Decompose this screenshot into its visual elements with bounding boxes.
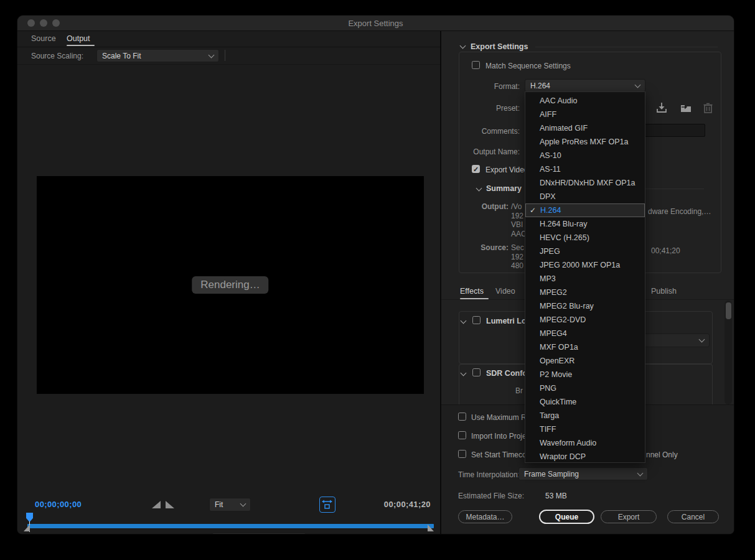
crop-output-button[interactable] bbox=[319, 497, 335, 513]
format-menu-item[interactable]: MPEG4 bbox=[525, 327, 645, 340]
duration-timecode: 00;00;41;20 bbox=[382, 500, 431, 509]
preset-label: Preset: bbox=[439, 104, 520, 113]
cancel-button-label: Cancel bbox=[682, 513, 705, 521]
sdr-checkbox[interactable] bbox=[472, 368, 481, 376]
format-menu-item-label: MP3 bbox=[540, 274, 556, 283]
format-menu-item[interactable]: AS-10 bbox=[525, 149, 645, 162]
lumetri-checkbox[interactable] bbox=[472, 316, 481, 324]
queue-button-label: Queue bbox=[555, 513, 578, 521]
format-menu-item-label: MPEG2-DVD bbox=[540, 315, 586, 324]
video-preview-frame: Rendering… bbox=[37, 176, 424, 394]
cancel-button[interactable]: Cancel bbox=[667, 510, 719, 523]
export-video-label: Export Video bbox=[485, 166, 528, 174]
tab-source[interactable]: Source bbox=[31, 34, 56, 43]
format-menu-item[interactable]: AIFF bbox=[525, 108, 645, 121]
format-menu-item-label: AIFF bbox=[540, 110, 556, 119]
tab-output-underline bbox=[67, 45, 95, 46]
save-preset-icon[interactable] bbox=[655, 101, 668, 114]
set-start-timecode-label: Set Start Timecode bbox=[471, 450, 525, 459]
tab-effects[interactable]: Effects bbox=[460, 287, 484, 296]
import-into-project-checkbox[interactable] bbox=[458, 431, 466, 439]
comments-label: Comments: bbox=[439, 127, 520, 136]
chevron-down-icon bbox=[635, 82, 641, 88]
format-select[interactable]: H.264 bbox=[525, 79, 645, 92]
format-menu-item-label: JPEG 2000 MXF OP1a bbox=[540, 261, 620, 269]
format-menu-item[interactable]: MPEG2-DVD bbox=[525, 313, 645, 327]
timeline-in-handle[interactable] bbox=[24, 525, 30, 531]
format-menu-item[interactable]: Apple ProRes MXF OP1a bbox=[525, 135, 645, 149]
format-menu-item-label: Targa bbox=[540, 411, 559, 420]
format-menu-item[interactable]: Waveform Audio bbox=[525, 436, 645, 450]
format-menu-item[interactable]: MPEG2 Blu-ray bbox=[525, 299, 645, 313]
time-interpolation-select[interactable]: Frame Sampling bbox=[518, 467, 648, 480]
match-sequence-checkbox[interactable] bbox=[472, 61, 480, 69]
format-menu-item-label: P2 Movie bbox=[540, 370, 572, 379]
format-menu-item-label: AS-10 bbox=[540, 151, 561, 160]
zoom-level-value: Fit bbox=[215, 500, 241, 509]
tab-video[interactable]: Video bbox=[495, 287, 515, 296]
format-menu-item[interactable]: Animated GIF bbox=[525, 121, 645, 135]
source-range-select[interactable]: Sequence In/Out bbox=[212, 533, 306, 534]
format-menu-item[interactable]: Wraptor DCP bbox=[525, 450, 645, 464]
metadata-button-label: Metadata… bbox=[466, 513, 504, 521]
tab-effects-underline bbox=[460, 298, 489, 299]
delete-preset-icon[interactable] bbox=[702, 101, 714, 114]
rendering-status-badge: Rendering… bbox=[192, 276, 268, 294]
format-menu-item[interactable]: MPEG2 bbox=[525, 286, 645, 299]
current-timecode[interactable]: 00;00;00;00 bbox=[35, 500, 82, 509]
chevron-down-icon bbox=[699, 337, 705, 343]
format-menu-item[interactable]: HEVC (H.265) bbox=[525, 231, 645, 245]
preview-pane: Source Output Source Scaling: Scale To F… bbox=[17, 31, 440, 534]
format-value: H.264 bbox=[530, 82, 635, 90]
use-max-render-checkbox[interactable] bbox=[458, 413, 466, 421]
summary-source-line1: Sec bbox=[511, 243, 524, 252]
export-button-label: Export bbox=[618, 513, 640, 521]
format-menu-item[interactable]: P2 Movie bbox=[525, 368, 645, 381]
set-start-timecode-checkbox[interactable] bbox=[458, 450, 466, 458]
estimated-size-label: Estimated File Size: bbox=[458, 492, 524, 500]
time-interpolation-label: Time Interpolation: bbox=[458, 470, 520, 479]
format-menu-item-label: Wraptor DCP bbox=[540, 452, 586, 461]
format-menu-item[interactable]: JPEG bbox=[525, 245, 645, 258]
format-menu-item[interactable]: QuickTime bbox=[525, 395, 645, 409]
format-menu-item-label: MPEG4 bbox=[540, 329, 567, 338]
format-menu-item[interactable]: H.264 Blu-ray bbox=[525, 217, 645, 231]
format-menu-item[interactable]: JPEG 2000 MXF OP1a bbox=[525, 258, 645, 272]
format-menu-item[interactable]: OpenEXR bbox=[525, 354, 645, 368]
export-settings-header: Export Settings bbox=[471, 42, 528, 51]
export-video-checkbox[interactable]: ✓ bbox=[472, 165, 480, 173]
format-menu-item[interactable]: DNxHR/DNxHD MXF OP1a bbox=[525, 176, 645, 190]
source-scaling-select[interactable]: Scale To Fit bbox=[96, 49, 219, 62]
format-menu-item[interactable]: AAC Audio bbox=[525, 94, 645, 108]
set-out-point-icon[interactable] bbox=[166, 501, 174, 508]
format-menu-item[interactable]: ✓H.264 bbox=[525, 203, 645, 217]
window-title: Export Settings bbox=[17, 19, 734, 28]
format-menu-item[interactable]: PNG bbox=[525, 381, 645, 395]
playhead[interactable] bbox=[26, 513, 33, 522]
metadata-button[interactable]: Metadata… bbox=[458, 510, 512, 523]
set-in-point-icon[interactable] bbox=[152, 501, 161, 508]
queue-button[interactable]: Queue bbox=[539, 510, 594, 524]
format-menu-item[interactable]: MXF OP1a bbox=[525, 340, 645, 354]
format-menu-item-label: TIFF bbox=[540, 425, 556, 434]
time-interpolation-value: Frame Sampling bbox=[524, 470, 638, 478]
format-menu-item[interactable]: Targa bbox=[525, 409, 645, 422]
format-menu-item[interactable]: TIFF bbox=[525, 422, 645, 436]
format-menu-item[interactable]: DPX bbox=[525, 190, 645, 203]
timeline-bar[interactable] bbox=[27, 524, 434, 528]
format-menu-item-label: MPEG2 Blu-ray bbox=[540, 302, 594, 310]
export-button[interactable]: Export bbox=[601, 510, 657, 523]
tab-publish[interactable]: Publish bbox=[651, 287, 677, 296]
format-menu-item[interactable]: AS-11 bbox=[525, 162, 645, 176]
chevron-down-icon bbox=[637, 470, 644, 476]
checkmark-icon: ✓ bbox=[530, 204, 536, 217]
format-menu-item-label: HEVC (H.265) bbox=[540, 233, 589, 242]
format-menu-item[interactable]: MP3 bbox=[525, 272, 645, 286]
effects-scrollbar-thumb[interactable] bbox=[726, 302, 731, 319]
lumetri-label: Lumetri Look bbox=[486, 317, 525, 325]
tab-output[interactable]: Output bbox=[67, 34, 90, 43]
zoom-level-select[interactable]: Fit bbox=[209, 498, 251, 511]
sdr-label: SDR Conform bbox=[486, 369, 526, 378]
import-preset-icon[interactable] bbox=[680, 101, 692, 114]
format-menu-item-label: H.264 bbox=[540, 206, 561, 215]
